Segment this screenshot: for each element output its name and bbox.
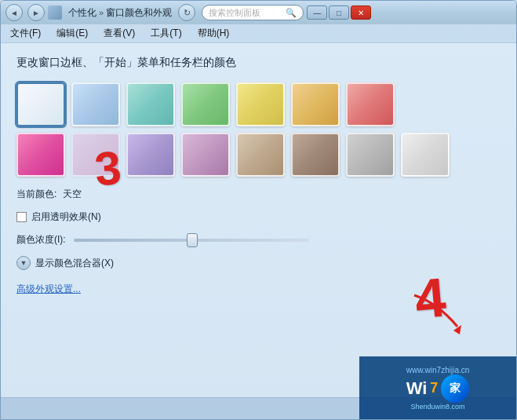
path-separator: » [99,8,104,17]
status-bar: www.win7zhijia.cn Wi 7 家 Shenduwin8.com [1,397,516,419]
page-title: 更改窗口边框、「开始」菜单和任务栏的颜色 [16,56,501,70]
current-color-row: 当前颜色: 天空 [16,188,501,201]
swatch-teal[interactable] [126,82,175,126]
color-swatches-grid [16,82,501,177]
content-area: 更改窗口边框、「开始」菜单和任务栏的颜色 [1,43,516,397]
menu-view[interactable]: 查看(V) [100,25,138,42]
intensity-label: 颜色浓度(I): [16,233,66,247]
back-button[interactable]: ◄ [5,4,23,21]
swatch-orange[interactable] [291,82,340,126]
mixer-label: 显示颜色混合器(X) [35,257,114,270]
breadcrumb-current: 窗口颜色和外观 [106,6,172,20]
swatch-light-gray[interactable] [401,133,450,177]
swatches-row-2 [16,133,501,177]
breadcrumb-root: 个性化 [68,6,96,20]
svg-marker-0 [453,325,461,334]
search-placeholder: 搜索控制面板 [209,7,260,19]
swatch-green[interactable] [181,82,230,126]
forward-button[interactable]: ► [27,4,45,21]
swatch-brown[interactable] [291,133,340,177]
swatch-rose[interactable] [71,133,120,177]
advanced-link[interactable]: 高级外观设置... [16,283,501,296]
watermark-w: Wi [406,378,428,399]
watermark-url1: www.win7zhijia.cn [406,366,470,374]
intensity-slider-track[interactable] [74,239,309,242]
swatch-sky[interactable] [71,82,120,126]
menu-file[interactable]: 文件(F) [7,25,44,42]
transparency-label: 启用透明效果(N) [31,210,101,224]
mixer-row: ▼ 显示颜色混合器(X) [16,256,501,270]
watermark: www.win7zhijia.cn Wi 7 家 Shenduwin8.com [359,356,516,419]
swatch-mauve[interactable] [181,133,230,177]
annotation-number-4: 4 [413,269,448,327]
window: ◄ ► 个性化 » 窗口颜色和外观 ↻ 搜索控制面板 🔍 — □ ✕ 文件(F)… [0,0,517,420]
swatches-row-1 [16,82,501,126]
current-color-label: 当前颜色: [16,188,56,201]
transparency-row: 启用透明效果(N) [16,210,501,224]
refresh-button[interactable]: ↻ [178,4,195,21]
menu-help[interactable]: 帮助(H) [195,25,233,42]
path-icon [48,5,62,20]
swatch-gray[interactable] [346,133,395,177]
swatch-lavender[interactable] [126,133,175,177]
menu-edit[interactable]: 编辑(E) [53,25,91,42]
swatch-pink-red[interactable] [346,82,395,126]
mixer-expand-button[interactable]: ▼ [16,256,31,270]
breadcrumb-path: 个性化 » 窗口颜色和外观 [68,6,172,20]
current-color-value: 天空 [63,188,82,201]
transparency-checkbox[interactable] [16,212,27,222]
menu-tools[interactable]: 工具(T) [147,25,184,42]
close-button[interactable]: ✕ [351,5,371,20]
swatch-yellow[interactable] [236,82,285,126]
watermark-7: 7 [430,380,438,396]
titlebar: ◄ ► 个性化 » 窗口颜色和外观 ↻ 搜索控制面板 🔍 — □ ✕ [1,1,516,24]
search-icon: 🔍 [286,8,297,18]
watermark-icon: 家 [441,374,469,403]
swatch-hot-pink[interactable] [16,133,65,177]
swatch-tan[interactable] [236,133,285,177]
menubar: 文件(F) 编辑(E) 查看(V) 工具(T) 帮助(H) [1,24,516,43]
minimize-button[interactable]: — [307,5,327,20]
window-controls: — □ ✕ [307,5,371,20]
maximize-button[interactable]: □ [329,5,349,20]
swatch-white[interactable] [16,82,65,126]
intensity-slider-thumb[interactable] [187,233,198,247]
intensity-row: 颜色浓度(I): [16,233,501,247]
watermark-url2: Shenduwin8.com [410,403,464,411]
watermark-logo: Wi 7 家 [406,374,470,403]
search-box[interactable]: 搜索控制面板 🔍 [202,5,304,20]
